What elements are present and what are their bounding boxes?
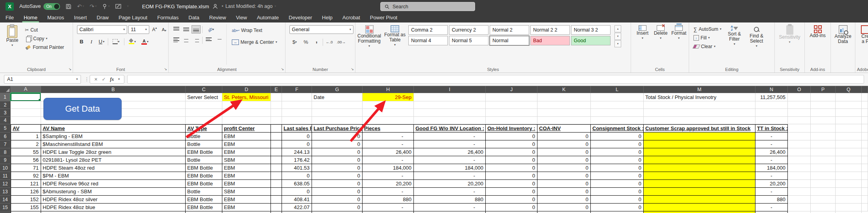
cell-E10[interactable] <box>271 164 282 172</box>
cut-button[interactable]: ✂Cut <box>24 26 65 34</box>
cell-P5[interactable] <box>811 124 836 133</box>
col-header-K[interactable]: K <box>537 86 591 93</box>
cell-G4[interactable] <box>312 117 363 124</box>
col-header-B[interactable]: B <box>41 86 186 93</box>
copy-button[interactable]: Copy▾ <box>24 34 65 43</box>
cell-G12[interactable]: 0 <box>312 180 363 188</box>
cell-F5[interactable]: Last sales Price <box>282 124 312 133</box>
cell-I15[interactable]: - <box>414 204 486 211</box>
cell-M3[interactable] <box>644 109 755 117</box>
tab-home[interactable]: Home <box>24 13 38 22</box>
cell-O12[interactable] <box>788 180 811 188</box>
find-select-button[interactable]: Find & Select ▾ <box>746 24 767 65</box>
analyze-data-button[interactable]: Analyze Data <box>832 24 854 65</box>
row-header-10[interactable]: 10 <box>0 164 11 172</box>
cell-K9[interactable]: 0 <box>537 156 591 164</box>
col-header-L[interactable]: L <box>591 86 644 93</box>
row-header-13[interactable]: 13 <box>0 188 11 196</box>
delete-cells-button[interactable]: Delete▾ <box>652 24 669 65</box>
col-header-N[interactable]: N <box>755 86 788 93</box>
cell-O8[interactable] <box>788 148 811 156</box>
col-header-Q[interactable]: Q <box>836 86 862 93</box>
cell-K13[interactable]: 0 <box>537 188 591 196</box>
cell-O13[interactable] <box>788 188 811 196</box>
cell-E9[interactable] <box>271 156 282 164</box>
cell-J2[interactable] <box>486 101 537 109</box>
row-header-5[interactable]: 5 <box>0 124 11 133</box>
save-button[interactable] <box>66 4 71 9</box>
cell-B10[interactable]: HDPE Steam 48oz red <box>41 164 186 172</box>
tab-macros[interactable]: Macros <box>47 13 64 22</box>
accounting-format-button[interactable]: $▾ <box>289 38 300 46</box>
cell-H3[interactable] <box>363 109 414 117</box>
tab-data[interactable]: Data <box>188 13 199 22</box>
cell-I13[interactable]: - <box>414 188 486 196</box>
cell-M2[interactable] <box>644 101 755 109</box>
cell-J10[interactable]: 0 <box>486 164 537 172</box>
cell-M9[interactable] <box>644 156 755 164</box>
cell-O7[interactable] <box>788 140 811 148</box>
cell-A7[interactable]: 2 <box>11 140 41 148</box>
cell-O15[interactable] <box>788 204 811 211</box>
increase-decimal-button[interactable]: ←.0 <box>325 40 334 44</box>
col-header-O[interactable]: O <box>788 86 811 93</box>
format-cells-button[interactable]: Format▾ <box>671 24 687 65</box>
col-header-M[interactable]: M <box>644 86 755 93</box>
cell-B14[interactable]: HDPE Ridex 48oz silver <box>41 196 186 204</box>
cell-Q2[interactable] <box>836 101 862 109</box>
chevron-down-icon[interactable]: ▾ <box>274 5 276 8</box>
fill-color-button[interactable]: ▾ <box>126 37 138 46</box>
style-normal-2[interactable]: Normal 2 <box>490 25 529 35</box>
cell-K14[interactable]: 0 <box>537 196 591 204</box>
cell-A15[interactable]: 155 <box>11 204 41 211</box>
insert-cells-button[interactable]: Insert▾ <box>634 24 651 65</box>
col-header-H[interactable]: H <box>363 86 414 93</box>
cell-A13[interactable]: 126 <box>11 188 41 196</box>
cell-N9[interactable]: - <box>755 156 788 164</box>
cell-B5[interactable]: AV Name <box>41 124 186 133</box>
cell-B6[interactable]: $Sampling - EBM <box>41 133 186 140</box>
align-left-button[interactable] <box>172 36 181 44</box>
addins-button[interactable]: Add-ins <box>807 24 829 65</box>
font-color-button[interactable]: A▾ <box>139 37 151 46</box>
cell-M10[interactable] <box>644 164 755 172</box>
cell-D4[interactable] <box>222 117 271 124</box>
align-right-button[interactable] <box>192 36 201 44</box>
format-as-table-button[interactable]: Format as Table ▾ <box>384 24 406 65</box>
cell-G14[interactable]: 0 <box>312 196 363 204</box>
cell-P8[interactable] <box>811 148 836 156</box>
cell-F4[interactable] <box>282 117 312 124</box>
cell-D7[interactable]: EBM <box>222 140 271 148</box>
cell-A9[interactable]: 56 <box>11 156 41 164</box>
cell-B15[interactable]: HDPE Ridex 48oz blue <box>41 204 186 211</box>
cell-Q7[interactable] <box>836 140 862 148</box>
cell-P6[interactable] <box>811 133 836 140</box>
cell-B9[interactable]: 0291881- Lysol 28oz PET <box>41 156 186 164</box>
cell-D15[interactable]: EBM <box>222 204 271 211</box>
cell-G15[interactable]: 0 <box>312 204 363 211</box>
name-box[interactable]: A1 ▾ <box>4 75 81 84</box>
tab-view[interactable]: View <box>236 13 247 22</box>
cell-M6[interactable] <box>644 133 755 140</box>
cell-G8[interactable]: 0 <box>312 148 363 156</box>
cell-D11[interactable]: EBM <box>222 172 271 180</box>
cell-H8[interactable]: 26,400 <box>363 148 414 156</box>
row-header-7[interactable]: 7 <box>0 140 11 148</box>
cell-H10[interactable]: 184,000 <box>363 164 414 172</box>
style-normal[interactable]: Normal <box>490 36 529 45</box>
cell-K15[interactable]: 0 <box>537 204 591 211</box>
cell-G10[interactable]: 0 <box>312 164 363 172</box>
autosave-toggle[interactable]: AutoSave On <box>19 3 60 10</box>
comma-style-button[interactable]: , <box>312 38 321 46</box>
cell-Q5[interactable] <box>836 124 862 133</box>
cell-K3[interactable] <box>537 109 591 117</box>
cell-J6[interactable]: 0 <box>486 133 537 140</box>
create-pdf-button[interactable]: Cre a P <box>855 24 868 44</box>
cell-Q1[interactable] <box>836 93 862 101</box>
col-header-C[interactable]: C <box>186 86 222 93</box>
cell-O2[interactable] <box>788 101 811 109</box>
cell-E7[interactable] <box>271 140 282 148</box>
cell-P3[interactable] <box>811 109 836 117</box>
cell-N2[interactable] <box>755 101 788 109</box>
cell-E2[interactable] <box>271 101 282 109</box>
